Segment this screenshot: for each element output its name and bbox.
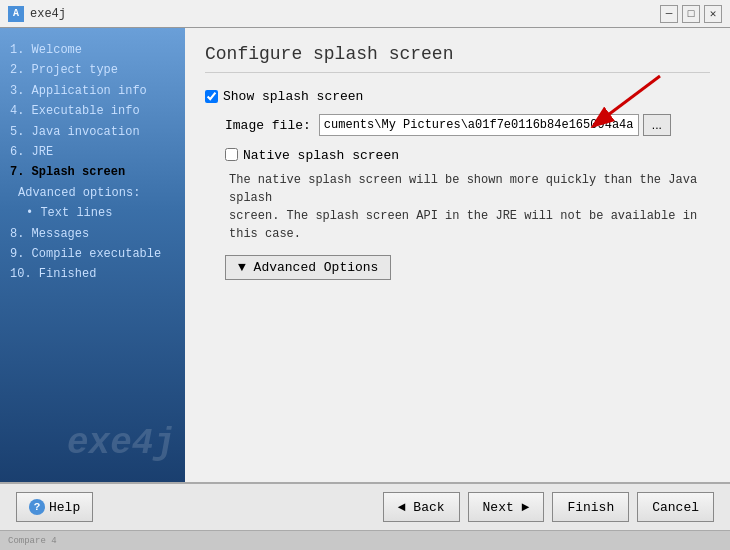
content-area: Configure splash screen Show splash scre… (185, 28, 730, 482)
show-splash-checkbox[interactable] (205, 90, 218, 103)
annotation-arrow (580, 66, 670, 136)
window-title: exe4j (30, 7, 660, 21)
help-button[interactable]: ? Help (16, 492, 93, 522)
sidebar-item-java-invocation[interactable]: 5. Java invocation (10, 122, 175, 142)
sidebar-item-compile-executable[interactable]: 9. Compile executable (10, 244, 175, 264)
status-bar: Compare 4 (0, 530, 730, 550)
close-button[interactable]: ✕ (704, 5, 722, 23)
native-splash-description: The native splash screen will be shown m… (205, 171, 710, 243)
svg-line-1 (600, 76, 660, 121)
main-content: 1. Welcome 2. Project type 3. Applicatio… (0, 28, 730, 482)
minimize-button[interactable]: ─ (660, 5, 678, 23)
show-splash-label[interactable]: Show splash screen (205, 89, 363, 104)
help-icon: ? (29, 499, 45, 515)
sidebar-item-jre[interactable]: 6. JRE (10, 142, 175, 162)
window-controls: ─ □ ✕ (660, 5, 722, 23)
native-splash-checkbox[interactable] (225, 148, 238, 161)
sidebar: 1. Welcome 2. Project type 3. Applicatio… (0, 28, 185, 482)
sidebar-item-splash-screen[interactable]: 7. Splash screen (10, 162, 175, 182)
sidebar-item-welcome[interactable]: 1. Welcome (10, 40, 175, 60)
app-watermark: exe4j (67, 426, 175, 462)
right-panel: Configure splash screen Show splash scre… (185, 28, 730, 482)
native-splash-label[interactable]: Native splash screen (225, 148, 399, 163)
next-button[interactable]: Next ► (468, 492, 545, 522)
finish-button[interactable]: Finish (552, 492, 629, 522)
back-button[interactable]: ◄ Back (383, 492, 460, 522)
native-splash-row: Native splash screen (205, 148, 710, 163)
bottom-bar: ? Help ◄ Back Next ► Finish Cancel (0, 482, 730, 530)
image-file-label: Image file: (225, 118, 311, 133)
app-icon: A (8, 6, 24, 22)
sidebar-item-project-type[interactable]: 2. Project type (10, 60, 175, 80)
cancel-button[interactable]: Cancel (637, 492, 714, 522)
sidebar-item-text-lines[interactable]: • Text lines (10, 203, 175, 223)
advanced-options-button[interactable]: ▼ Advanced Options (225, 255, 391, 280)
title-bar: A exe4j ─ □ ✕ (0, 0, 730, 28)
maximize-button[interactable]: □ (682, 5, 700, 23)
sidebar-item-application-info[interactable]: 3. Application info (10, 81, 175, 101)
sidebar-item-messages[interactable]: 8. Messages (10, 224, 175, 244)
sidebar-advanced-options-header: Advanced options: (10, 183, 175, 203)
sidebar-item-finished[interactable]: 10. Finished (10, 264, 175, 284)
sidebar-item-executable-info[interactable]: 4. Executable info (10, 101, 175, 121)
